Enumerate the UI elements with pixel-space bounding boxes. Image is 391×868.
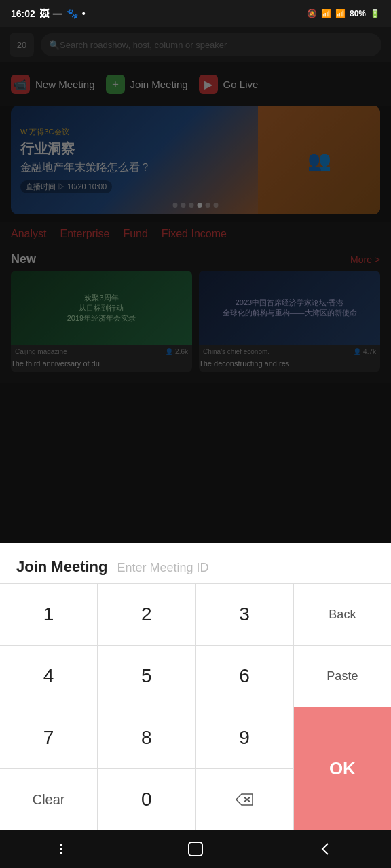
banner-title: 行业洞察: [20, 140, 151, 158]
backspace-icon: [235, 793, 254, 806]
section-title: New: [11, 252, 36, 267]
new-meeting-icon: 📹: [11, 75, 30, 94]
card-2-title: The deconstructing and res: [199, 359, 380, 368]
card-1-count: 👤 2.6k: [165, 348, 188, 355]
keypad: 1 2 3 Back 4 5 6 Paste 7 8 9 OK Clear 0: [0, 583, 391, 830]
mute-icon: 🔕: [307, 9, 317, 18]
key-paste[interactable]: Paste: [294, 646, 391, 707]
banner-date: 直播时间 ▷ 10/20 10:00: [20, 180, 112, 193]
join-meeting-action: ＋ Join Meeting: [106, 71, 199, 98]
search-icon: 🔍: [49, 40, 60, 50]
dot-5: [206, 203, 210, 208]
key-9[interactable]: 9: [196, 707, 293, 768]
join-meeting-sheet: Join Meeting Enter Meeting ID 1 2 3 Back…: [0, 543, 391, 830]
dot-4: [198, 203, 202, 208]
calendar-number: 20: [17, 40, 26, 50]
key-7[interactable]: 7: [0, 707, 97, 768]
key-1[interactable]: 1: [0, 584, 97, 645]
card-1-source: Caijing magazine: [15, 348, 67, 355]
go-live-label: Go Live: [223, 79, 259, 90]
tab-fixed-income: Fixed Income: [162, 228, 227, 240]
battery-label: 80%: [350, 9, 366, 18]
tab-enterprise: Enterprise: [60, 228, 109, 240]
join-meeting-placeholder: Enter Meeting ID: [117, 561, 208, 575]
more-link: More >: [350, 254, 380, 265]
key-ok[interactable]: OK: [294, 707, 391, 830]
search-bar: 20 🔍 Search roadshow, host, column or sp…: [0, 27, 391, 62]
key-0[interactable]: 0: [98, 769, 195, 830]
card-1-bg-text: 欢聚3周年从目标到行动2019年经济年会实录: [67, 293, 136, 323]
banner-text: W 万得3C会议 行业洞察 金融地产年末策略怎么看？ 直播时间 ▷ 10/20 …: [20, 127, 151, 193]
dot-1: [173, 203, 178, 208]
dot-3: [189, 203, 194, 208]
promo-banner: W 万得3C会议 行业洞察 金融地产年末策略怎么看？ 直播时间 ▷ 10/20 …: [11, 106, 380, 214]
card-2-bg: 2023中国首席经济学家论坛·香港全球化的解构与重构——大湾区的新使命: [199, 271, 380, 345]
key-4[interactable]: 4: [0, 646, 97, 707]
card-2-info: China's chief econom. 👤 4.7k: [199, 345, 380, 358]
key-8[interactable]: 8: [98, 707, 195, 768]
status-left: 16:02 🖼 — 🐾 •: [11, 8, 86, 19]
join-meeting-label: Join Meeting: [130, 79, 188, 90]
card-1-title: The third anniversary of du: [11, 359, 192, 368]
battery-icon: 🔋: [370, 9, 380, 18]
join-meeting-icon: ＋: [106, 75, 125, 94]
search-placeholder: Search roadshow, host, column or speaker: [60, 40, 227, 50]
banner-image-area: 👥: [258, 106, 380, 214]
banner-tag: W 万得3C会议: [20, 127, 151, 137]
new-meeting-action: 📹 New Meeting: [11, 71, 106, 98]
key-2[interactable]: 2: [98, 584, 195, 645]
key-5[interactable]: 5: [98, 646, 195, 707]
banner-subtitle: 金融地产年末策略怎么看？: [20, 161, 151, 175]
go-live-icon: ▶: [199, 75, 218, 94]
banner-people-icon: 👥: [308, 149, 331, 172]
signal-bars-icon: 📶: [335, 9, 346, 18]
new-meeting-label: New Meeting: [35, 79, 95, 90]
calendar-icon: 20: [10, 33, 34, 57]
go-live-action: ▶ Go Live: [199, 71, 269, 98]
dot-6: [214, 203, 219, 208]
new-section-header: New More >: [0, 245, 391, 271]
card-2-source: China's chief econom.: [203, 348, 269, 355]
join-header: Join Meeting Enter Meeting ID: [0, 543, 391, 583]
category-tabs: Analyst Enterprise Fund Fixed Income: [0, 222, 391, 245]
key-clear[interactable]: Clear: [0, 769, 97, 830]
card-1-bg: 欢聚3周年从目标到行动2019年经济年会实录: [11, 271, 192, 345]
key-6[interactable]: 6: [196, 646, 293, 707]
status-bar: 16:02 🖼 — 🐾 • 🔕 📶 📶 80% 🔋: [0, 0, 391, 27]
tab-analyst: Analyst: [11, 228, 46, 240]
vpn-icon: 🐾: [67, 8, 78, 19]
key-3[interactable]: 3: [196, 584, 293, 645]
search-input-mock: 🔍 Search roadshow, host, column or speak…: [41, 33, 381, 56]
tab-fund: Fund: [123, 228, 147, 240]
photo-icon: 🖼: [39, 8, 49, 19]
join-title-row: Join Meeting Enter Meeting ID: [16, 558, 375, 576]
banner-dots: [173, 203, 219, 208]
card-1: 欢聚3周年从目标到行动2019年经济年会实录 Caijing magazine …: [11, 271, 192, 372]
dot-icon: •: [82, 8, 86, 19]
card-2-bg-text: 2023中国首席经济学家论坛·香港全球化的解构与重构——大湾区的新使命: [223, 298, 357, 318]
wifi-icon: 📶: [321, 9, 331, 18]
status-right: 🔕 📶 📶 80% 🔋: [307, 9, 380, 18]
key-back[interactable]: Back: [294, 584, 391, 645]
card-2: 2023中国首席经济学家论坛·香港全球化的解构与重构——大湾区的新使命 Chin…: [199, 271, 380, 372]
signal-icon: —: [53, 8, 62, 19]
key-backspace[interactable]: [196, 769, 293, 830]
quick-actions-row: 📹 New Meeting ＋ Join Meeting ▶ Go Live: [0, 62, 391, 106]
time-label: 16:02: [11, 8, 35, 19]
join-meeting-title: Join Meeting: [16, 558, 107, 576]
cards-row: 欢聚3周年从目标到行动2019年经济年会实录 Caijing magazine …: [0, 271, 391, 383]
card-2-count: 👤 4.7k: [353, 348, 376, 355]
dot-2: [181, 203, 186, 208]
card-1-info: Caijing magazine 👤 2.6k: [11, 345, 192, 358]
